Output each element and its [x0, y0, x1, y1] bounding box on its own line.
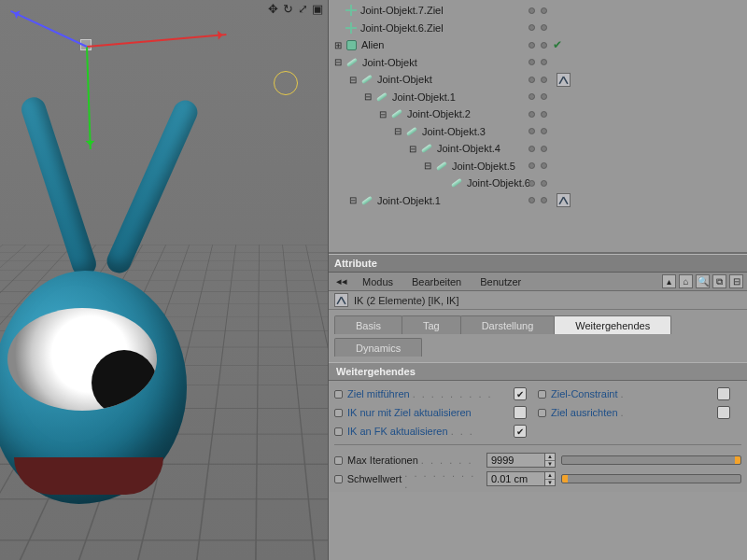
visibility-dot[interactable] — [529, 93, 535, 100]
keyframe-toggle[interactable] — [334, 427, 343, 436]
ik-tag-icon[interactable] — [557, 193, 571, 207]
checkbox-ziel-constraint[interactable] — [717, 387, 730, 400]
keyframe-toggle[interactable] — [334, 409, 343, 417]
svg-line-1 — [564, 77, 568, 84]
section-heading: Weitergehendes — [329, 362, 747, 381]
tree-item-label[interactable]: Joint-Objekt.6 — [467, 177, 530, 189]
tree-item-label[interactable]: Joint-Objekt.3 — [422, 126, 486, 137]
render-dot[interactable] — [541, 59, 547, 65]
render-dot[interactable] — [541, 146, 547, 152]
render-dot[interactable] — [541, 93, 547, 100]
visibility-dot[interactable] — [529, 24, 535, 31]
input-max-iterationen[interactable]: 9999 — [486, 453, 544, 468]
tree-item-label[interactable]: Joint-Objekt — [362, 57, 417, 68]
search-icon[interactable]: 🔍 — [696, 274, 710, 288]
tab-basis[interactable]: Basis — [334, 315, 402, 334]
visibility-dot[interactable] — [529, 146, 535, 152]
joint-icon — [361, 75, 373, 84]
visibility-dot[interactable] — [529, 7, 535, 14]
render-dot[interactable] — [541, 77, 547, 83]
menu-modus[interactable]: Modus — [355, 274, 401, 289]
checkbox-ik-an-fk[interactable] — [514, 425, 527, 438]
keyframe-toggle[interactable] — [538, 390, 546, 399]
viewport-toolbar: ✥ ↻ ⤢ ▣ — [266, 2, 324, 15]
tree-item-label[interactable]: Joint-Objekt.1 — [392, 91, 456, 103]
character-mesh[interactable] — [0, 215, 233, 532]
tree-expander-icon[interactable]: ⊟ — [362, 91, 374, 102]
keyframe-toggle[interactable] — [334, 390, 343, 399]
3d-viewport[interactable]: ✥ ↻ ⤢ ▣ — [0, 0, 329, 560]
checkbox-ik-nur-mit-ziel[interactable] — [514, 406, 527, 419]
move-icon[interactable]: ✥ — [266, 2, 279, 15]
tree-expander-icon[interactable]: ⊟ — [347, 75, 359, 85]
visibility-dot[interactable] — [529, 128, 535, 134]
tab-tag[interactable]: Tag — [402, 315, 461, 334]
tree-item-label[interactable]: Joint-Objekt.2 — [407, 108, 471, 119]
spinner-max-iterationen[interactable]: ▲▼ — [544, 453, 556, 468]
label-ziel-ausrichten: Ziel ausrichten — [551, 407, 618, 418]
scale-icon[interactable]: ⤢ — [296, 2, 309, 15]
tree-expander-icon[interactable]: ⊟ — [332, 57, 344, 67]
tree-expander-icon[interactable]: ⊟ — [377, 109, 388, 119]
tree-item-label[interactable]: Alien — [361, 39, 384, 50]
tree-expander-icon[interactable]: ⊟ — [422, 161, 433, 171]
tree-expander-icon[interactable]: ⊟ — [347, 195, 359, 205]
visibility-dot[interactable] — [529, 162, 535, 169]
nav-up-icon[interactable]: ▴ — [662, 274, 676, 288]
keyframe-toggle[interactable] — [334, 475, 343, 483]
spinner-schwellwert[interactable]: ▲▼ — [544, 471, 556, 486]
tree-item-label[interactable]: Joint-Objekt.4 — [437, 143, 500, 154]
render-dot[interactable] — [541, 42, 547, 49]
tab-dynamics[interactable]: Dynamics — [334, 338, 422, 357]
visibility-dot[interactable] — [529, 180, 535, 187]
render-dot[interactable] — [541, 162, 547, 169]
axis-z-arrow[interactable] — [10, 10, 87, 48]
slider-schwellwert[interactable] — [561, 474, 741, 483]
null-icon — [346, 23, 356, 33]
input-schwellwert[interactable]: 0.01 cm — [486, 471, 544, 486]
rotate-icon[interactable]: ↻ — [281, 2, 294, 15]
nav-back-icon[interactable]: ◂◂ — [332, 275, 351, 287]
ik-tag-icon — [334, 293, 348, 307]
render-dot[interactable] — [541, 7, 547, 14]
menu-bearbeiten[interactable]: Bearbeiten — [404, 274, 469, 289]
slider-max-iterationen[interactable] — [561, 455, 741, 465]
enable-check-icon[interactable]: ✔ — [553, 38, 562, 51]
object-manager[interactable]: Joint-Objekt.7.ZielJoint-Objekt.6.Ziel⊞A… — [329, 0, 747, 254]
visibility-dot[interactable] — [529, 42, 535, 49]
render-dot[interactable] — [541, 180, 547, 187]
new-window-icon[interactable]: ⧉ — [712, 274, 726, 288]
tree-item-label[interactable]: Joint-Objekt.1 — [377, 195, 441, 206]
tab-darstellung[interactable]: Darstellung — [460, 315, 556, 334]
visibility-dot[interactable] — [529, 59, 535, 65]
visibility-dot[interactable] — [529, 77, 535, 83]
tree-item-label[interactable]: Joint-Objekt.7.Ziel — [360, 5, 444, 16]
menu-benutzer[interactable]: Benutzer — [472, 274, 529, 289]
render-dot[interactable] — [541, 128, 547, 134]
render-dot[interactable] — [541, 197, 547, 203]
attribute-menu-bar: ◂◂ Modus Bearbeiten Benutzer ▴ ⌂ 🔍 ⧉ ⊟ — [329, 273, 747, 291]
axis-x-arrow[interactable] — [87, 34, 227, 48]
tab-weitergehendes[interactable]: Weitergehendes — [554, 315, 671, 334]
svg-line-3 — [564, 197, 568, 204]
checkbox-ziel-ausrichten[interactable] — [717, 406, 730, 419]
tree-expander-icon[interactable]: ⊟ — [392, 126, 403, 136]
frame-icon[interactable]: ▣ — [311, 2, 324, 15]
home-icon[interactable]: ⌂ — [679, 274, 693, 288]
keyframe-toggle[interactable] — [334, 456, 343, 465]
visibility-dot[interactable] — [529, 111, 535, 118]
keyframe-toggle[interactable] — [538, 409, 546, 417]
axis-y-arrow[interactable] — [86, 47, 92, 149]
joint-end-ring[interactable] — [274, 71, 298, 95]
ik-tag-icon[interactable] — [557, 73, 571, 87]
tree-item-label[interactable]: Joint-Objekt — [377, 74, 432, 85]
tree-expander-icon[interactable]: ⊟ — [407, 144, 418, 154]
visibility-dot[interactable] — [529, 197, 535, 203]
tree-item-label[interactable]: Joint-Objekt.5 — [452, 161, 515, 172]
checkbox-ziel-mitfuehren[interactable] — [514, 387, 527, 400]
tree-expander-icon[interactable]: ⊞ — [332, 40, 344, 50]
tree-item-label[interactable]: Joint-Objekt.6.Ziel — [360, 22, 444, 34]
collapse-icon[interactable]: ⊟ — [729, 274, 743, 288]
render-dot[interactable] — [541, 24, 547, 31]
render-dot[interactable] — [541, 111, 547, 118]
